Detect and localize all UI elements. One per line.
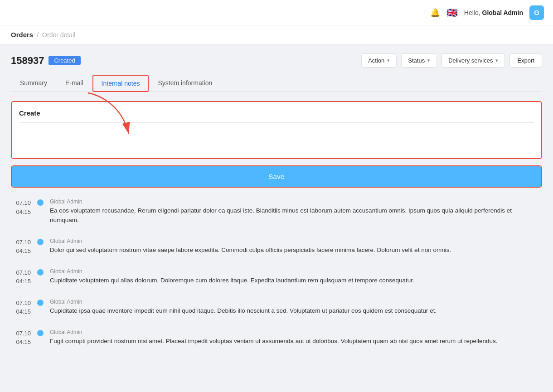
main-content: 158937 Created Action ▾ Status ▾ Deliver…: [0, 44, 553, 391]
note-dot-2: [37, 239, 44, 245]
note-text-3: Cupiditate voluptatem qui alias dolorum.…: [50, 276, 542, 286]
note-date-3: 07.10: [11, 268, 31, 277]
note-hour-3: 04:15: [11, 277, 31, 286]
tab-internal-notes-label: Internal notes: [102, 80, 140, 87]
note-entry-2: 07.10 04:15 Global Admin Dolor qui sed v…: [11, 238, 542, 256]
status-label: Status: [408, 57, 425, 64]
breadcrumb-separator: /: [37, 31, 39, 39]
save-button[interactable]: Save: [12, 166, 541, 187]
notification-bell-icon[interactable]: 🔔: [430, 8, 440, 18]
language-flag-icon[interactable]: 🇬🇧: [446, 7, 458, 18]
action-label: Action: [368, 57, 384, 64]
admin-name: Global Admin: [482, 9, 523, 16]
order-id: 158937: [11, 55, 44, 67]
note-entry-4: 07.10 04:15 Global Admin Cupiditate ipsa…: [11, 299, 542, 316]
tab-system-information[interactable]: System information: [149, 75, 221, 91]
note-text-4: Cupiditate ipsa quae inventore impedit e…: [50, 306, 542, 316]
delivery-chevron-icon: ▾: [495, 58, 498, 63]
note-body-5: Global Admin Fugit corrupti provident no…: [50, 329, 542, 346]
tab-email[interactable]: E-mail: [56, 75, 92, 91]
note-dot-1: [37, 199, 44, 206]
note-entry-1: 07.10 04:15 Global Admin Ea eos voluptat…: [11, 198, 542, 225]
note-hour-5: 04:15: [11, 338, 31, 347]
note-hour-2: 04:15: [11, 247, 31, 256]
export-button[interactable]: Export: [509, 53, 542, 68]
tab-internal-notes[interactable]: Internal notes: [92, 75, 149, 92]
note-body-2: Global Admin Dolor qui sed voluptatum no…: [50, 238, 542, 255]
note-date-5: 07.10: [11, 329, 31, 338]
note-author-5: Global Admin: [50, 329, 542, 335]
user-avatar[interactable]: G: [529, 5, 544, 20]
note-date-1: 07.10: [11, 198, 31, 208]
greeting-text: Hello, Global Admin: [464, 9, 523, 16]
note-time-4: 07.10 04:15: [11, 299, 31, 316]
note-entry-3: 07.10 04:15 Global Admin Cupiditate volu…: [11, 268, 542, 286]
status-chevron-icon: ▾: [427, 58, 430, 63]
note-text-1: Ea eos voluptatem recusandae. Rerum elig…: [50, 206, 542, 225]
delivery-label: Delivery services: [448, 57, 493, 64]
create-note-section: Create: [11, 101, 542, 159]
note-body-1: Global Admin Ea eos voluptatem recusanda…: [50, 198, 542, 225]
note-time-2: 07.10 04:15: [11, 238, 31, 256]
create-note-textarea[interactable]: [19, 122, 534, 150]
note-dot-4: [37, 300, 44, 306]
breadcrumb: Orders / Order detail: [0, 25, 553, 44]
order-header: 158937 Created Action ▾ Status ▾ Deliver…: [11, 53, 542, 68]
order-id-group: 158937 Created: [11, 55, 81, 67]
tab-system-information-label: System information: [158, 79, 212, 87]
top-navigation: 🔔 🇬🇧 Hello, Global Admin G: [0, 0, 553, 25]
hello-label: Hello,: [464, 9, 482, 16]
tab-email-label: E-mail: [65, 79, 83, 87]
note-text-2: Dolor qui sed voluptatum nostrum vitae s…: [50, 246, 542, 255]
save-button-wrapper: Save: [11, 165, 542, 188]
note-hour-1: 04:15: [11, 208, 31, 217]
note-dot-5: [37, 330, 44, 336]
notes-list: 07.10 04:15 Global Admin Ea eos voluptat…: [11, 198, 542, 347]
note-text-5: Fugit corrupti provident nostrum nisi am…: [50, 337, 542, 346]
note-dot-3: [37, 269, 44, 276]
note-date-4: 07.10: [11, 299, 31, 308]
status-dropdown-button[interactable]: Status ▾: [401, 53, 437, 68]
create-label: Create: [19, 109, 534, 117]
action-dropdown-button[interactable]: Action ▾: [361, 53, 397, 68]
note-author-2: Global Admin: [50, 238, 542, 244]
action-chevron-icon: ▾: [387, 58, 390, 63]
breadcrumb-orders-link[interactable]: Orders: [11, 31, 33, 39]
tab-summary-label: Summary: [20, 79, 47, 87]
note-time-5: 07.10 04:15: [11, 329, 31, 347]
note-hour-4: 04:15: [11, 307, 31, 316]
note-body-3: Global Admin Cupiditate voluptatem qui a…: [50, 268, 542, 286]
note-body-4: Global Admin Cupiditate ipsa quae invent…: [50, 299, 542, 316]
note-time-1: 07.10 04:15: [11, 198, 31, 216]
action-buttons-group: Action ▾ Status ▾ Delivery services ▾ Ex…: [361, 53, 542, 68]
breadcrumb-current-page: Order detail: [42, 31, 75, 39]
tabs-bar: Summary E-mail Internal notes System inf…: [11, 75, 542, 92]
order-status-badge: Created: [49, 56, 80, 65]
note-author-1: Global Admin: [50, 198, 542, 205]
note-author-3: Global Admin: [50, 268, 542, 275]
note-time-3: 07.10 04:15: [11, 268, 31, 286]
tab-summary[interactable]: Summary: [11, 75, 56, 91]
delivery-services-dropdown-button[interactable]: Delivery services ▾: [441, 53, 505, 68]
note-author-4: Global Admin: [50, 299, 542, 305]
note-entry-5: 07.10 04:15 Global Admin Fugit corrupti …: [11, 329, 542, 347]
note-date-2: 07.10: [11, 238, 31, 247]
